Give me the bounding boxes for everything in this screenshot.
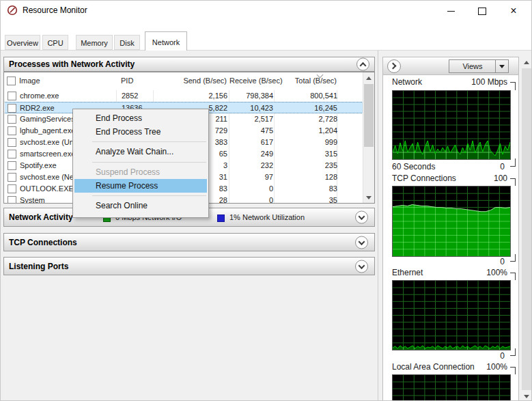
expand-network-activity-button[interactable] xyxy=(355,211,368,224)
tab-memory[interactable]: Memory xyxy=(76,35,113,50)
expand-listening-ports-button[interactable] xyxy=(355,260,368,273)
graph-scale-network: 100 Mbps xyxy=(471,77,507,87)
graph-zero-network: 0 xyxy=(500,162,505,171)
scale-bracket xyxy=(510,254,516,262)
triangle-down-icon xyxy=(524,395,529,398)
menu-item-analyze-wait-chain[interactable]: Analyze Wait Chain... xyxy=(73,145,208,159)
maximize-button[interactable] xyxy=(471,1,494,21)
collapse-panel-button[interactable] xyxy=(387,59,401,73)
chevron-right-icon xyxy=(390,63,397,70)
row-checkbox[interactable] xyxy=(8,115,16,124)
chevron-down-icon xyxy=(359,238,365,245)
triangle-up-icon xyxy=(524,61,529,64)
row-checkbox[interactable] xyxy=(8,92,16,100)
network-graph xyxy=(392,90,511,160)
scroll-up-button[interactable] xyxy=(521,57,532,68)
maximize-icon xyxy=(478,8,486,15)
expand-tcp-connections-button[interactable] xyxy=(355,236,368,249)
menu-item-end-process-tree[interactable]: End Process Tree xyxy=(73,125,208,139)
scrollbar-thumb[interactable] xyxy=(522,68,531,390)
views-button-label: Views xyxy=(449,60,496,72)
tab-overview[interactable]: Overview xyxy=(5,35,40,50)
resource-monitor-window: Resource Monitor × Overview CPU Memory D… xyxy=(0,0,532,401)
menu-separator xyxy=(92,195,206,196)
resource-monitor-icon xyxy=(7,5,18,16)
graph-title-ethernet: Ethernet xyxy=(392,268,423,277)
graphs-panel-toolbar: Views xyxy=(383,57,518,75)
triangle-down-icon xyxy=(499,65,505,68)
table-scrollbar[interactable] xyxy=(363,72,374,203)
ethernet-graph xyxy=(392,280,511,350)
network-util-label: 1% Network Utilization xyxy=(229,213,305,221)
graph-scale-tcp: 100 xyxy=(494,174,507,183)
network-util-swatch xyxy=(217,215,225,222)
triangle-up-icon xyxy=(366,77,372,80)
select-all-checkbox[interactable] xyxy=(7,77,16,85)
column-header-image[interactable]: Image xyxy=(19,77,40,85)
menu-separator xyxy=(92,162,206,163)
graph-title-tcp: TCP Connections xyxy=(392,174,456,183)
tab-cpu[interactable]: CPU xyxy=(42,35,68,50)
tcp-connections-title: TCP Connections xyxy=(9,238,77,247)
menu-item-end-process[interactable]: End Process xyxy=(73,111,208,125)
row-checkbox[interactable] xyxy=(8,104,16,113)
graph-title-lan: Local Area Connection xyxy=(392,362,475,372)
scale-bracket xyxy=(510,82,516,90)
graph-scale-lan: 100% xyxy=(486,362,507,372)
chevron-down-icon xyxy=(359,213,365,220)
graph-zero-ethernet: 0 xyxy=(500,351,505,361)
close-button[interactable]: × xyxy=(502,1,525,21)
window-scrollbar[interactable] xyxy=(521,57,532,401)
column-header-send[interactable]: Send (B/sec) xyxy=(158,77,227,85)
scale-bracket xyxy=(510,158,516,167)
table-header: Image PID Send (B/sec) Receive (B/sec) T… xyxy=(4,72,363,90)
scroll-down-button[interactable] xyxy=(521,391,532,401)
listening-ports-section-header: Listening Ports xyxy=(3,257,375,275)
row-checkbox[interactable] xyxy=(8,196,16,204)
graphs-panel: Views Network 100 Mbps 60 Seconds 0 TCP … xyxy=(382,57,519,401)
processes-section-title: Processes with Network Activity xyxy=(9,59,135,69)
process-row[interactable]: chrome.exe28522,156798,384800,541 xyxy=(5,90,363,102)
row-checkbox[interactable] xyxy=(8,184,16,193)
panel-divider xyxy=(378,51,378,401)
titlebar: Resource Monitor × xyxy=(1,1,532,21)
scale-bracket xyxy=(510,273,516,280)
scrollbar-thumb[interactable] xyxy=(364,84,374,147)
views-button[interactable]: Views xyxy=(449,59,509,73)
row-checkbox[interactable] xyxy=(8,126,16,135)
collapse-processes-button[interactable] xyxy=(356,58,369,71)
window-title: Resource Monitor xyxy=(23,5,87,15)
graph-title-network: Network xyxy=(392,77,422,87)
scale-bracket xyxy=(510,178,516,186)
local-area-connection-graph xyxy=(392,374,511,401)
graph-scale-ethernet: 100% xyxy=(486,268,507,277)
scroll-down-button[interactable] xyxy=(363,192,374,203)
context-menu: End Process End Process Tree Analyze Wai… xyxy=(72,109,209,218)
tcp-connections-section-header: TCP Connections xyxy=(3,233,375,251)
listening-ports-title: Listening Ports xyxy=(9,262,68,271)
row-checkbox[interactable] xyxy=(8,150,16,158)
tab-disk[interactable]: Disk xyxy=(114,35,140,50)
graph-footer-seconds: 60 Seconds xyxy=(392,162,435,171)
triangle-down-icon xyxy=(366,196,372,199)
menu-item-resume-process[interactable]: Resume Process xyxy=(74,179,207,193)
column-header-total[interactable]: Total (B/sec) xyxy=(275,77,337,85)
scale-bracket xyxy=(510,348,516,356)
scale-bracket xyxy=(510,367,516,374)
row-checkbox[interactable] xyxy=(8,173,16,182)
menu-item-suspend-process: Suspend Process xyxy=(73,165,208,179)
scroll-up-button[interactable] xyxy=(363,72,374,83)
chevron-up-icon xyxy=(360,62,367,69)
views-dropdown-arrow[interactable] xyxy=(495,60,508,72)
tcp-connections-graph xyxy=(392,186,511,257)
chevron-down-icon xyxy=(359,262,365,269)
minimize-button[interactable] xyxy=(439,1,462,21)
tab-network[interactable]: Network xyxy=(145,31,187,51)
menu-item-search-online[interactable]: Search Online xyxy=(73,199,208,212)
column-header-receive[interactable]: Receive (B/sec) xyxy=(229,77,272,85)
graph-zero-tcp: 0 xyxy=(500,257,505,266)
minimize-icon xyxy=(447,11,455,12)
column-header-pid[interactable]: PID xyxy=(121,77,133,85)
row-checkbox[interactable] xyxy=(8,161,16,170)
row-checkbox[interactable] xyxy=(8,138,16,147)
